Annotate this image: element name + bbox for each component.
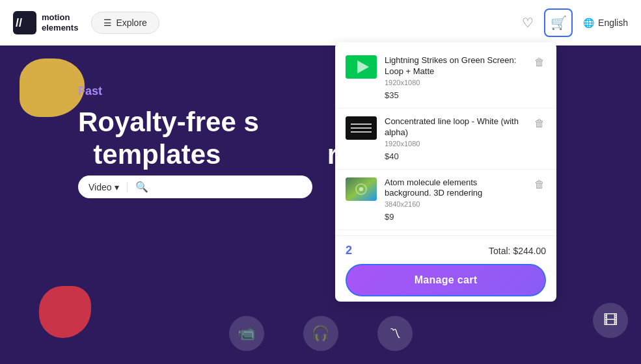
svg-point-10: [359, 187, 363, 191]
header-right: ♡ 🛒 🌐 English: [522, 8, 628, 37]
explore-label: Explore: [116, 18, 146, 28]
cart-footer: 2 Total: $244.00 Manage cart: [335, 235, 556, 302]
cart-item-thumbnail: [346, 116, 377, 140]
wishlist-button[interactable]: ♡: [522, 15, 534, 31]
cart-dropdown: Lightning Strikes on Green Screen: Loop …: [335, 42, 556, 302]
video-icon: 📹: [238, 325, 255, 342]
cart-item-resolution: 1920x1080: [385, 79, 525, 86]
cart-button[interactable]: 🛒: [544, 8, 573, 37]
cart-summary: 2 Total: $244.00: [346, 244, 546, 257]
hamburger-icon: ☰: [103, 18, 112, 28]
film-icon-btn[interactable]: 🎞: [593, 303, 628, 338]
music-icon-btn[interactable]: 〽: [377, 316, 413, 351]
chevron-down-icon: ▾: [115, 182, 119, 192]
audio-icon-btn[interactable]: 🎧: [303, 316, 338, 351]
headphones-icon: 🎧: [312, 325, 329, 342]
svg-text://: //: [16, 16, 22, 29]
bottom-icons: 📹 🎧 〽 🎞: [0, 316, 641, 351]
cart-item-title: Atom molecule elements background. 3D re…: [385, 177, 525, 200]
cart-item-info: Concentrated line loop - White (with alp…: [385, 116, 525, 161]
search-icon[interactable]: 🔍: [135, 181, 148, 193]
language-label: English: [598, 18, 628, 28]
cart-item-resolution: 3840x2160: [385, 200, 525, 208]
logo-text: motion elements: [42, 12, 78, 32]
logo: // motion elements: [13, 11, 78, 34]
video-icon-btn[interactable]: 📹: [229, 316, 264, 351]
cart-item-price: $40: [385, 151, 525, 161]
search-type-label: Video: [89, 182, 112, 192]
cart-item-title: Lightning Strikes on Green Screen: Loop …: [385, 55, 525, 77]
search-bar: Video ▾ 🔍: [78, 176, 312, 198]
cart-item-delete-button[interactable]: 🗑: [533, 116, 546, 131]
logo-icon: //: [13, 11, 36, 34]
explore-button[interactable]: ☰ Explore: [91, 12, 159, 34]
cart-item-price: $9: [385, 212, 525, 222]
cart-item-info: Lightning Strikes on Green Screen: Loop …: [385, 55, 525, 100]
cart-item-thumbnail: [346, 177, 377, 201]
waveform-icon: 〽: [389, 327, 401, 341]
language-button[interactable]: 🌐 English: [583, 18, 628, 28]
cart-item: Concentrated line loop - White (with alp…: [335, 109, 556, 170]
cart-item-title: Concentrated line loop - White (with alp…: [385, 116, 525, 138]
cart-total: Total: $244.00: [489, 246, 546, 256]
cart-item-info: Atom molecule elements background. 3D re…: [385, 177, 525, 222]
heart-icon: ♡: [522, 16, 534, 30]
blob-yellow: [20, 58, 85, 117]
globe-icon: 🌐: [583, 18, 594, 28]
manage-cart-button[interactable]: Manage cart: [346, 264, 546, 296]
search-type-selector[interactable]: Video ▾: [89, 182, 128, 192]
cart-item-delete-button[interactable]: 🗑: [533, 55, 546, 70]
cart-count: 2: [346, 244, 352, 257]
cart-item-thumbnail: [346, 55, 377, 79]
cart-items-list[interactable]: Lightning Strikes on Green Screen: Loop …: [335, 42, 556, 235]
cart-item-resolution: 1920x1080: [385, 140, 525, 148]
cart-item: Atom molecule elements background. 3D re…: [335, 170, 556, 231]
cart-item: Lightning Strikes on Green Screen: Loop …: [335, 47, 556, 109]
header: // motion elements ☰ Explore ♡ 🛒 🌐 Engli…: [0, 0, 641, 46]
cart-item-delete-button[interactable]: 🗑: [533, 177, 546, 192]
film-icon: 🎞: [603, 312, 618, 329]
cart-item-price: $35: [385, 90, 525, 100]
cart-icon: 🛒: [551, 15, 567, 31]
